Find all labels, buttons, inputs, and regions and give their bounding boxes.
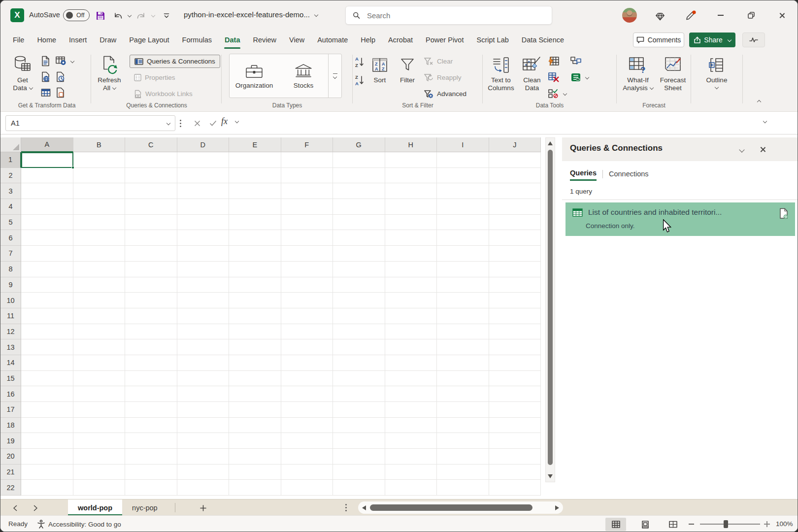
- cell-F10[interactable]: [281, 293, 333, 308]
- cell-E9[interactable]: [229, 277, 281, 293]
- query-refresh-doc-icon[interactable]: [779, 208, 788, 219]
- insert-function-button[interactable]: fx: [221, 116, 228, 127]
- cell-C15[interactable]: [125, 371, 177, 387]
- cell-F1[interactable]: [281, 152, 333, 168]
- cell-D9[interactable]: [177, 277, 230, 293]
- cell-H15[interactable]: [385, 371, 437, 387]
- cell-A6[interactable]: [21, 230, 73, 246]
- premium-diamond-button[interactable]: [654, 10, 666, 23]
- reapply-filter-button[interactable]: Reapply: [424, 71, 466, 84]
- cell-H1[interactable]: [385, 152, 437, 168]
- cell-H10[interactable]: [385, 293, 437, 308]
- cell-H7[interactable]: [385, 246, 437, 262]
- cell-F17[interactable]: [281, 402, 333, 418]
- sheet-tab-world-pop[interactable]: world-pop: [68, 499, 122, 516]
- cell-A2[interactable]: [21, 168, 73, 184]
- redo-menu-chevron[interactable]: [151, 13, 155, 17]
- cell-E11[interactable]: [229, 308, 281, 324]
- flash-fill-button[interactable]: [548, 55, 566, 67]
- cell-G4[interactable]: [333, 199, 385, 215]
- cell-C5[interactable]: [125, 215, 177, 231]
- cell-J19[interactable]: [489, 433, 541, 449]
- cell-I22[interactable]: [437, 480, 489, 496]
- ribbon-tab-formulas[interactable]: Formulas: [176, 30, 218, 50]
- cell-F20[interactable]: [281, 449, 333, 465]
- cell-B6[interactable]: [73, 230, 126, 246]
- cell-D6[interactable]: [177, 230, 230, 246]
- cell-A5[interactable]: [21, 215, 73, 231]
- ribbon-tab-file[interactable]: File: [6, 30, 31, 50]
- cell-D17[interactable]: [177, 402, 230, 418]
- row-header-19[interactable]: 19: [0, 433, 21, 449]
- scroll-down-arrow[interactable]: [548, 474, 553, 478]
- zoom-slider-thumb[interactable]: [724, 520, 728, 528]
- cell-J4[interactable]: [489, 199, 541, 215]
- cell-A15[interactable]: [21, 371, 73, 387]
- panel-close-button[interactable]: [756, 144, 769, 155]
- normal-view-button[interactable]: [605, 518, 626, 531]
- cell-G6[interactable]: [333, 230, 385, 246]
- cell-A20[interactable]: [21, 449, 73, 465]
- cell-E6[interactable]: [229, 230, 281, 246]
- avatar[interactable]: [622, 8, 637, 23]
- cell-B10[interactable]: [73, 293, 126, 308]
- cell-D8[interactable]: [177, 262, 230, 277]
- cell-A4[interactable]: [21, 199, 73, 215]
- cell-C16[interactable]: [125, 386, 177, 402]
- column-header-I[interactable]: I: [437, 137, 489, 152]
- cell-H9[interactable]: [385, 277, 437, 293]
- cell-G10[interactable]: [333, 293, 385, 308]
- cell-D4[interactable]: [177, 199, 230, 215]
- data-type-stocks[interactable]: Stocks: [279, 54, 328, 98]
- cell-B19[interactable]: [73, 433, 126, 449]
- recent-sources-button[interactable]: [56, 70, 74, 83]
- properties-button[interactable]: Properties: [130, 71, 220, 84]
- data-type-organization[interactable]: Organization: [230, 54, 279, 98]
- workbook-links-button[interactable]: Workbook Links: [130, 87, 220, 100]
- cell-B22[interactable]: [73, 480, 126, 496]
- row-header-1[interactable]: 1: [0, 152, 21, 168]
- cell-H12[interactable]: [385, 324, 437, 340]
- cell-F3[interactable]: [281, 183, 333, 199]
- ribbon-tab-review[interactable]: Review: [246, 30, 283, 50]
- cell-F9[interactable]: [281, 277, 333, 293]
- zoom-out-button[interactable]: [687, 520, 695, 528]
- cell-D11[interactable]: [177, 308, 230, 324]
- formula-bar-options-icon[interactable]: [180, 120, 181, 121]
- cell-J1[interactable]: [489, 152, 541, 168]
- cell-B2[interactable]: [73, 168, 126, 184]
- cell-C21[interactable]: [125, 465, 177, 480]
- cell-I1[interactable]: [437, 152, 489, 168]
- zoom-slider[interactable]: [700, 524, 760, 525]
- zoom-level[interactable]: 100%: [776, 520, 793, 528]
- minimize-button[interactable]: [711, 8, 731, 22]
- column-header-C[interactable]: C: [125, 137, 177, 152]
- ribbon-tab-automate[interactable]: Automate: [311, 30, 354, 50]
- sheet-options-icon[interactable]: [345, 504, 347, 505]
- cell-C2[interactable]: [125, 168, 177, 184]
- page-layout-view-button[interactable]: [635, 518, 656, 531]
- cell-C17[interactable]: [125, 402, 177, 418]
- cell-B14[interactable]: [73, 355, 126, 371]
- previous-sheet-button[interactable]: [8, 502, 21, 513]
- sheet-tab-nyc-pop[interactable]: nyc-pop: [122, 499, 167, 516]
- horizontal-scrollbar[interactable]: [358, 501, 563, 514]
- ribbon-tab-power-pivot[interactable]: Power Pivot: [419, 30, 470, 50]
- row-header-5[interactable]: 5: [0, 215, 21, 231]
- cancel-button[interactable]: [191, 117, 203, 130]
- cell-A10[interactable]: [21, 293, 73, 308]
- manage-data-model-button[interactable]: [570, 71, 589, 83]
- new-sheet-button[interactable]: [197, 501, 209, 514]
- column-header-H[interactable]: H: [385, 137, 437, 152]
- cell-J12[interactable]: [489, 324, 541, 340]
- filter-button[interactable]: Filter: [396, 53, 419, 100]
- cell-F7[interactable]: [281, 246, 333, 262]
- cell-C1[interactable]: [125, 152, 177, 168]
- restore-button[interactable]: [741, 8, 761, 22]
- cell-I14[interactable]: [437, 355, 489, 371]
- save-button[interactable]: [94, 9, 107, 22]
- cell-A1[interactable]: [21, 152, 73, 168]
- column-header-D[interactable]: D: [177, 137, 230, 152]
- vertical-scroll-thumb[interactable]: [548, 150, 553, 465]
- cell-B20[interactable]: [73, 449, 126, 465]
